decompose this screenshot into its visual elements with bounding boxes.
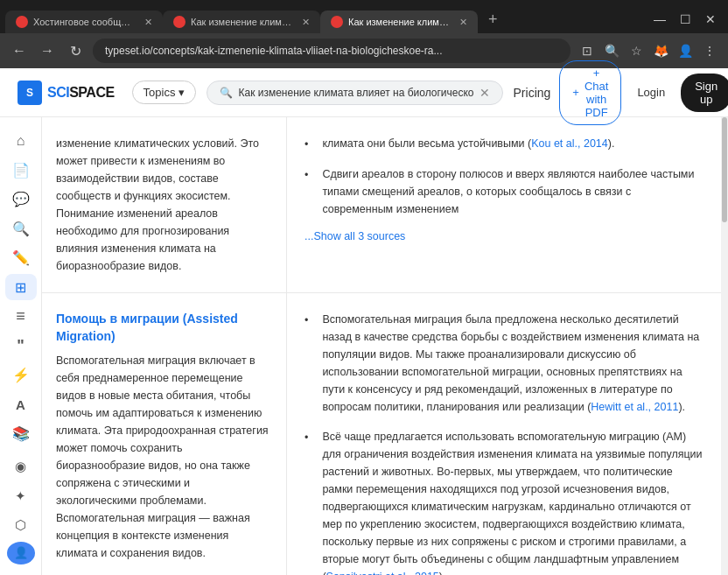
bullet-1-1: климата они были весьма устойчивыми (Kou… — [304, 135, 704, 153]
topics-button[interactable]: Topics ▾ — [132, 81, 197, 104]
section-1-grid: изменение климатических условий. Это мож… — [42, 117, 721, 292]
tab-1[interactable]: Хостинговое сообщество ✕ — [5, 11, 163, 33]
signup-button[interactable]: Sign up — [681, 74, 728, 112]
section-2-left-text: Вспомогательная миграция включает в себя… — [56, 352, 269, 562]
section-1: изменение климатических условий. Это мож… — [42, 117, 721, 293]
minimize-button[interactable]: — — [650, 12, 669, 26]
tab-3-label: Как изменение климата в... — [348, 17, 451, 27]
sidebar: ⌂ 📄 💬 🔍 ✏️ ⊞ ≡ " ⚡ A 📚 ◉ ✦ ⬡ 👤 — [0, 117, 42, 575]
chat-with-pdf-button[interactable]: + + Chat with PDF — [559, 60, 621, 125]
tab-2[interactable]: Как изменение климата в... ✕ — [163, 11, 320, 33]
tab-1-close[interactable]: ✕ — [144, 17, 152, 28]
bullet-1-2-text: Сдвиги ареалов в сторону полюсов и вверх… — [322, 165, 704, 218]
menu-icon[interactable]: ⋮ — [700, 41, 719, 60]
section-1-bullets: климата они были весьма устойчивыми (Kou… — [304, 135, 704, 218]
tab-1-favicon — [16, 16, 28, 28]
bullet-2-1-text: Вспомогательная миграция была предложена… — [322, 311, 704, 416]
sidebar-item-book[interactable]: 📚 — [5, 421, 37, 446]
link-hewitt[interactable]: Hewitt et al., 2011 — [591, 401, 678, 413]
bullet-2-1: Вспомогательная миграция была предложена… — [304, 311, 704, 416]
scrollbar[interactable] — [721, 117, 728, 575]
sidebar-item-quote[interactable]: " — [5, 333, 37, 358]
logo-space: SPACE — [69, 85, 114, 100]
chat-icon: + — [572, 86, 579, 99]
pricing-link[interactable]: Pricing — [514, 86, 551, 100]
search-tab-icon: 🔍 — [220, 87, 233, 99]
section-2-bullets: Вспомогательная миграция была предложена… — [304, 311, 704, 575]
sidebar-item-discord[interactable]: ⬡ — [5, 512, 37, 537]
tab-2-label: Как изменение климата в... — [191, 17, 293, 27]
sidebar-item-pen[interactable]: ✏️ — [5, 245, 37, 270]
paper-content: изменение климатических условий. Это мож… — [42, 117, 721, 575]
section-1-left: изменение климатических условий. Это мож… — [42, 117, 287, 292]
topics-chevron: ▾ — [178, 86, 185, 99]
sidebar-item-chrome[interactable]: ◉ — [5, 453, 37, 479]
section-2: Помощь в миграции (Assisted Migration) В… — [42, 293, 721, 575]
tab-1-label: Хостинговое сообщество — [33, 17, 136, 27]
link-sansilvestri[interactable]: Sansilvestri et al., 2015 — [326, 571, 439, 575]
nav-right: Pricing + + Chat with PDF Login Sign up — [514, 60, 728, 125]
sidebar-item-list[interactable]: ≡ — [5, 304, 37, 329]
section-1-right: климата они были весьма устойчивыми (Kou… — [287, 117, 721, 292]
bullet-1-1-text: климата они были весьма устойчивыми (Kou… — [322, 135, 614, 153]
top-nav: S SCISPACE Topics ▾ 🔍 Как изменение клим… — [0, 68, 728, 117]
search-tab[interactable]: 🔍 Как изменение климата влияет на биолог… — [206, 81, 502, 105]
tab-3-favicon — [331, 16, 343, 28]
forward-button[interactable]: → — [37, 40, 58, 61]
app-wrapper: S SCISPACE Topics ▾ 🔍 Как изменение клим… — [0, 68, 728, 575]
tab-3-close[interactable]: ✕ — [459, 17, 467, 28]
section-2-right: Вспомогательная миграция была предложена… — [287, 293, 721, 575]
sidebar-item-chat[interactable]: 💬 — [5, 186, 37, 212]
close-button[interactable]: ✕ — [702, 12, 719, 26]
toolbar-icons: ⊡ 🔍 ☆ 🦊 👤 ⋮ — [578, 41, 719, 60]
search-icon-btn[interactable]: 🔍 — [602, 41, 621, 60]
fox-icon[interactable]: 🦊 — [651, 41, 670, 60]
extensions-button[interactable]: ⊡ — [578, 41, 597, 60]
main-layout: ⌂ 📄 💬 🔍 ✏️ ⊞ ≡ " ⚡ A 📚 ◉ ✦ ⬡ 👤 — [0, 117, 728, 575]
bullet-2-2-text: Всё чаще предлагается использовать вспом… — [322, 428, 704, 575]
sidebar-item-home[interactable]: ⌂ — [5, 128, 37, 153]
link-kou[interactable]: Kou et al., 2014 — [531, 137, 608, 150]
new-tab-button[interactable]: + — [481, 11, 505, 29]
show-all-sources[interactable]: ...Show all 3 sources — [304, 230, 704, 242]
browser-chrome: Хостинговое сообщество ✕ Как изменение к… — [0, 0, 728, 68]
back-button[interactable]: ← — [9, 40, 30, 61]
scroll-thumb[interactable] — [722, 117, 727, 222]
sidebar-item-ai[interactable]: ✦ — [5, 483, 37, 508]
search-tab-close[interactable]: ✕ — [480, 86, 490, 100]
sidebar-item-lightning[interactable]: ⚡ — [5, 362, 37, 388]
address-input[interactable] — [93, 39, 570, 63]
bullet-1-2: Сдвиги ареалов в сторону полюсов и вверх… — [304, 165, 704, 218]
sidebar-item-text[interactable]: A — [5, 391, 37, 417]
tab-bar: Хостинговое сообщество ✕ Как изменение к… — [0, 0, 728, 33]
tab-2-close[interactable]: ✕ — [302, 17, 310, 28]
logo-icon: S — [18, 81, 42, 105]
logo-area: S SCISPACE — [18, 81, 115, 105]
section-2-grid: Помощь в миграции (Assisted Migration) В… — [42, 293, 721, 575]
logo-text: SCISPACE — [47, 85, 115, 101]
section-2-heading: Помощь в миграции (Assisted Migration) — [56, 311, 269, 345]
login-button[interactable]: Login — [630, 81, 672, 104]
sidebar-item-search[interactable]: 🔍 — [5, 215, 37, 241]
reload-button[interactable]: ↻ — [65, 40, 86, 61]
tab-3[interactable]: Как изменение климата в... ✕ — [320, 11, 478, 33]
search-tab-text: Как изменение климата влияет на биологич… — [238, 87, 473, 99]
maximize-button[interactable]: ☐ — [676, 12, 695, 26]
section-2-left: Помощь в миграции (Assisted Migration) В… — [42, 293, 287, 575]
sidebar-item-grid[interactable]: ⊞ — [5, 274, 37, 299]
profile-icon[interactable]: 👤 — [676, 41, 695, 60]
section-1-left-text: изменение климатических условий. Это мож… — [56, 135, 269, 275]
star-icon[interactable]: ☆ — [626, 41, 646, 60]
sidebar-item-document[interactable]: 📄 — [5, 157, 37, 182]
bullet-2-2: Всё чаще предлагается использовать вспом… — [304, 428, 704, 575]
sidebar-avatar[interactable]: 👤 — [7, 542, 35, 564]
topics-label: Topics — [144, 86, 176, 99]
tab-2-favicon — [173, 16, 186, 28]
logo-sci: SCI — [47, 85, 69, 100]
window-controls: — ☐ ✕ — [641, 12, 728, 26]
content-area: изменение климатических условий. Это мож… — [42, 117, 728, 575]
chat-label: + Chat with PDF — [584, 67, 608, 119]
